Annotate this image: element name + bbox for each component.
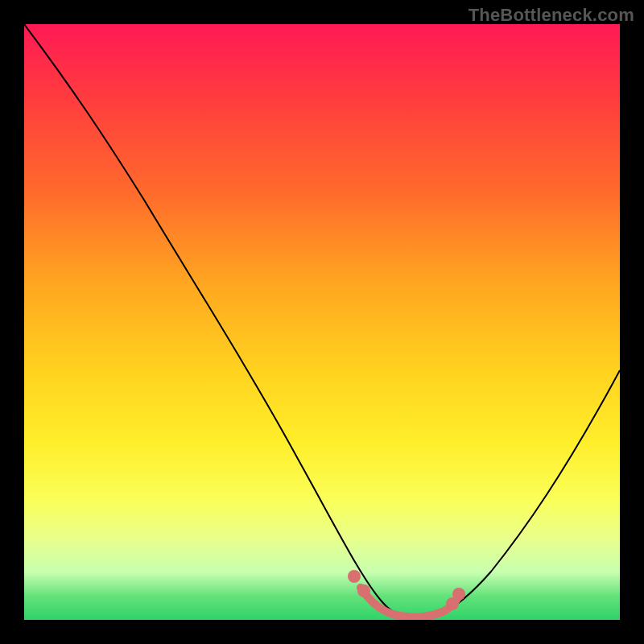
- highlight-dot: [348, 570, 361, 583]
- bottleneck-curve: [24, 24, 620, 618]
- highlight-dot: [357, 584, 370, 597]
- watermark-text: TheBottleneck.com: [469, 5, 634, 26]
- plot-area: [24, 24, 620, 620]
- highlight-dot: [452, 588, 465, 601]
- chart-frame: TheBottleneck.com: [0, 0, 644, 644]
- curve-svg: [24, 24, 620, 620]
